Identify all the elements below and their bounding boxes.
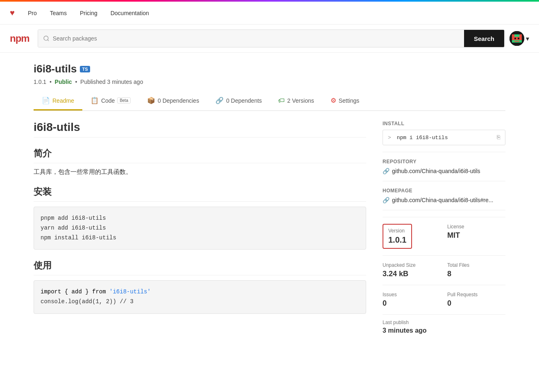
package-header: i6i8-utils TS 1.0.1 • Public • Published… — [34, 63, 505, 85]
issues-value: 0 — [383, 299, 441, 308]
package-meta: 1.0.1 • Public • Published 3 minutes ago — [34, 79, 505, 85]
nav-teams[interactable]: Teams — [43, 2, 73, 25]
beta-badge: Beta — [117, 97, 131, 104]
ts-badge: TS — [80, 66, 90, 72]
svg-rect-5 — [519, 34, 522, 37]
nav-pro[interactable]: Pro — [21, 2, 43, 25]
total-files-value: 8 — [447, 270, 505, 278]
nav-pricing[interactable]: Pricing — [73, 2, 104, 25]
tab-versions[interactable]: 🏷 2 Versions — [270, 92, 322, 110]
sidebar-install: Install > npm i i6i8-utils ⎘ — [383, 121, 505, 152]
last-publish-section: Last publish 3 minutes ago — [383, 315, 505, 334]
package-published: Published 3 minutes ago — [80, 79, 143, 85]
search-input[interactable] — [53, 35, 459, 42]
last-publish-value: 3 minutes ago — [383, 327, 505, 334]
unpacked-size-item: Unpacked Size 3.24 kB — [383, 262, 441, 278]
code-icon: 📋 — [91, 97, 99, 104]
section-intro-text: 工具库，包含一些常用的工具函数。 — [34, 168, 366, 176]
svg-rect-6 — [514, 34, 519, 37]
version-license-grid: Version 1.0.1 License MIT — [383, 217, 505, 256]
deps-icon: 📦 — [147, 97, 155, 104]
user-menu[interactable]: ▾ — [510, 31, 529, 46]
homepage-link-icon: 🔗 — [383, 197, 390, 203]
homepage-link[interactable]: 🔗 github.com/China-quanda/i6i8-utils#re.… — [383, 197, 505, 203]
install-code-block: pnpm add i6i8-utils yarn add i6i8-utils … — [34, 207, 366, 250]
sidebar-repository: Repository 🔗 github.com/China-quanda/i6i… — [383, 159, 505, 181]
tab-settings-label: Settings — [339, 97, 360, 104]
install-cmd: > npm i i6i8-utils — [388, 135, 448, 141]
package-title-row: i6i8-utils TS — [34, 63, 505, 75]
version-box-wrapper: Version 1.0.1 — [383, 224, 441, 249]
repo-link-icon: 🔗 — [383, 168, 390, 174]
readme-icon: 📄 — [42, 97, 50, 104]
section-install-heading: 安装 — [34, 186, 366, 202]
repository-label: Repository — [383, 159, 505, 164]
package-name: i6i8-utils — [34, 63, 77, 75]
license-label: License — [447, 224, 505, 230]
sidebar: Install > npm i i6i8-utils ⎘ Repository … — [383, 121, 505, 334]
top-nav: ♥ Pro Teams Pricing Documentation — [0, 2, 539, 25]
tab-readme-label: Readme — [52, 97, 74, 104]
tab-code-label: Code — [101, 97, 115, 104]
search-container: Search — [38, 29, 505, 47]
install-box: > npm i i6i8-utils ⎘ — [383, 130, 505, 145]
svg-line-1 — [48, 40, 49, 41]
settings-icon: ⚙ — [331, 97, 336, 104]
npm-logo: npm — [10, 33, 29, 44]
install-line-1: pnpm add i6i8-utils — [41, 214, 359, 223]
tab-dependents-label: 0 Dependents — [226, 97, 262, 104]
repository-link[interactable]: 🔗 github.com/China-quanda/i6i8-utils — [383, 168, 505, 174]
user-avatar[interactable] — [510, 31, 524, 46]
homepage-url: github.com/China-quanda/i6i8-utils#re... — [392, 197, 493, 203]
dependents-icon: 🔗 — [215, 97, 224, 104]
avatar-image — [510, 31, 524, 46]
size-files-grid: Unpacked Size 3.24 kB Total Files 8 — [383, 256, 505, 285]
main-content: i6i8-utils TS 1.0.1 • Public • Published… — [24, 53, 515, 334]
version-value: 1.0.1 — [388, 235, 406, 245]
svg-point-0 — [44, 36, 48, 41]
svg-rect-8 — [514, 38, 516, 39]
svg-rect-11 — [514, 41, 519, 42]
readme-column: i6i8-utils 简介 工具库，包含一些常用的工具函数。 安装 pnpm a… — [34, 121, 366, 334]
tab-versions-label: 2 Versions — [287, 97, 314, 104]
tabs: 📄 Readme 📋 Code Beta 📦 0 Dependencies 🔗 … — [34, 92, 505, 111]
package-version: 1.0.1 — [34, 79, 46, 85]
install-label: Install — [383, 121, 505, 126]
last-publish-label: Last publish — [383, 320, 505, 325]
svg-rect-7 — [512, 37, 522, 40]
license-item: License MIT — [447, 224, 505, 249]
tab-code[interactable]: 📋 Code Beta — [82, 92, 139, 110]
import-keyword: import { add } from — [41, 288, 109, 295]
versions-icon: 🏷 — [278, 97, 285, 104]
readme-main-title: i6i8-utils — [34, 121, 366, 137]
section-intro-heading: 简介 — [34, 147, 366, 163]
tab-dependencies[interactable]: 📦 0 Dependencies — [139, 92, 207, 110]
issues-label: Issues — [383, 292, 441, 297]
nav-documentation[interactable]: Documentation — [104, 2, 156, 25]
heart-icon: ♥ — [10, 8, 15, 18]
search-button[interactable]: Search — [464, 30, 504, 47]
search-input-wrapper — [38, 30, 464, 47]
svg-rect-4 — [512, 34, 514, 37]
search-row: npm Search ▾ — [0, 25, 539, 53]
top-nav-links: Pro Teams Pricing Documentation — [21, 2, 156, 25]
issues-prs-grid: Issues 0 Pull Requests 0 — [383, 285, 505, 315]
avatar-dropdown-arrow: ▾ — [526, 35, 529, 43]
issues-item: Issues 0 — [383, 292, 441, 308]
svg-rect-9 — [518, 38, 519, 39]
content-layout: i6i8-utils 简介 工具库，包含一些常用的工具函数。 安装 pnpm a… — [34, 121, 505, 334]
section-usage-heading: 使用 — [34, 259, 366, 275]
search-icon — [43, 35, 50, 42]
version-label: Version — [388, 228, 406, 234]
repository-url: github.com/China-quanda/i6i8-utils — [392, 168, 480, 174]
unpacked-size-value: 3.24 kB — [383, 270, 441, 278]
usage-line-2: console.log(add(1, 2)) // 3 — [41, 297, 359, 307]
copy-icon[interactable]: ⎘ — [497, 134, 500, 141]
install-prompt: > — [388, 135, 391, 141]
tab-dependents[interactable]: 🔗 0 Dependents — [207, 92, 270, 110]
tab-readme[interactable]: 📄 Readme — [34, 92, 82, 110]
unpacked-size-label: Unpacked Size — [383, 262, 441, 268]
tab-settings[interactable]: ⚙ Settings — [322, 92, 368, 110]
pull-requests-item: Pull Requests 0 — [447, 292, 505, 308]
tab-dependencies-label: 0 Dependencies — [158, 97, 199, 104]
